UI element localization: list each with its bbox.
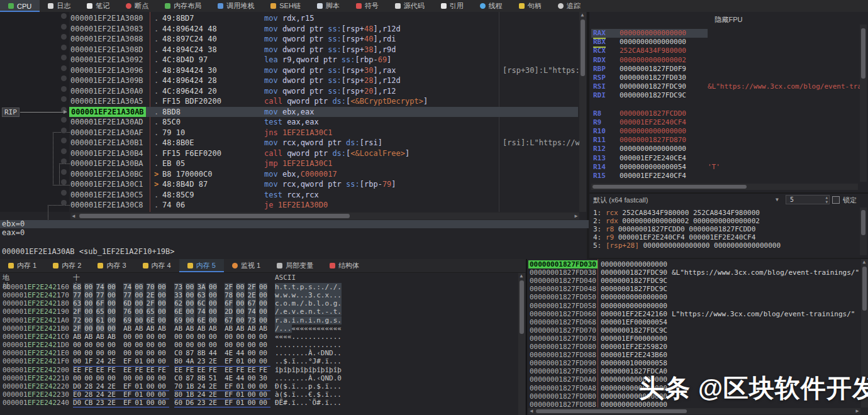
registers-hscrollbar[interactable]: [591, 184, 858, 190]
stack-row[interactable]: 00000001827FD0900000000100000058: [527, 359, 868, 367]
register-row[interactable]: R9000001EF2E240CF4: [589, 118, 868, 127]
tab-dump1[interactable]: 内存 1: [0, 259, 45, 272]
tab-handles[interactable]: 句柄: [511, 0, 550, 12]
stack-row[interactable]: 00000001827FD04000000001827FDC9C: [527, 277, 868, 285]
disassembly-vscrollbar[interactable]: ▲: [579, 12, 586, 212]
register-row[interactable]: R13000001EF2E240CE4: [589, 154, 868, 163]
register-row[interactable]: RSI00000001827FDC90&L"https://www.3cx.co…: [589, 82, 868, 91]
tab-struct[interactable]: 结构体: [321, 259, 367, 272]
register-row[interactable]: RBP00000001827FD0F9: [589, 65, 868, 74]
spin-down-icon[interactable]: ▼: [825, 200, 828, 204]
tab-seh-chain[interactable]: SEH链: [262, 0, 309, 12]
tab-dump5[interactable]: 内存 5: [179, 259, 224, 272]
breakpoint-dot-icon[interactable]: [61, 75, 67, 81]
dump-row[interactable]: 000001EF2E2421707700770077002E0033006300…: [0, 291, 526, 299]
tab-references[interactable]: 引用: [433, 0, 472, 12]
disasm-row[interactable]: 000001EF2E1A30BC>B8 170000C0mov ebx,C000…: [0, 169, 587, 180]
dump-row[interactable]: 000001EF2E2421E00000000000000000C0878B44…: [0, 349, 526, 357]
registers-vscrollbar[interactable]: [860, 25, 867, 182]
dump-row[interactable]: 000001EF2E2422100000000000000000C0878B51…: [0, 374, 526, 382]
tab-dump3[interactable]: 内存 3: [89, 259, 134, 272]
disasm-row[interactable]: 000001EF2E1A308D.44:894C24 38mov dword p…: [0, 45, 587, 55]
disasm-row[interactable]: 000001EF2E1A309B.44:896424 28mov dword p…: [0, 75, 587, 86]
dump-row[interactable]: 000001EF2E242160680074007400700073003A00…: [0, 283, 526, 291]
scroll-right-icon[interactable]: ▶: [854, 408, 860, 414]
stack-row[interactable]: 00000001827FD0300000000000000000: [527, 260, 868, 268]
stack-row[interactable]: 00000001827FD080000001EF2E259820: [527, 343, 868, 351]
scroll-up-icon[interactable]: ▲: [579, 12, 586, 18]
dump-row[interactable]: 000001EF2E2421F0001F242EEF010000B04A232E…: [0, 357, 526, 365]
argument-row[interactable]: 1: rcx 252CA8434F980000 252CA8434F980000: [593, 209, 760, 217]
breakpoint-dot-icon[interactable]: [61, 86, 67, 92]
breakpoint-dot-icon[interactable]: [61, 169, 67, 175]
breakpoint-dot-icon[interactable]: [61, 158, 67, 164]
scroll-thumb[interactable]: [593, 185, 747, 189]
breakpoint-dot-icon[interactable]: [61, 34, 67, 40]
argument-row[interactable]: 5: [rsp+28] 0000000000000000 00000000000…: [593, 241, 781, 250]
dump-row[interactable]: 000001EF2E2421902F006500760065006E007400…: [0, 307, 526, 316]
disasm-row[interactable]: 000001EF2E1A30C1>48:8B4D 87mov rcx,qword…: [0, 179, 587, 190]
dump-row[interactable]: 000001EF2E2421A07200610069006E0069006E00…: [0, 316, 526, 324]
scroll-up-icon[interactable]: ▲: [861, 259, 867, 265]
register-row[interactable]: R120000000000000000: [589, 145, 868, 153]
stack-hscrollbar[interactable]: ◀ ▶: [528, 408, 860, 414]
register-row[interactable]: R1100000001827FD870: [589, 136, 868, 145]
calling-convention-select[interactable]: 默认 (x64 fastcall): [593, 196, 648, 205]
dump-row[interactable]: 000001EF2E2421B02F000000ABABABABABABABAB…: [0, 324, 526, 333]
argument-row[interactable]: 4: r9 000001EF2E240CF4 000001EF2E240CF4: [593, 233, 755, 241]
stack-row[interactable]: 00000001827FD0580000000000000000: [527, 302, 868, 310]
breakpoint-dot-icon[interactable]: [61, 148, 67, 154]
breakpoint-dot-icon[interactable]: [61, 128, 67, 133]
scroll-up-icon[interactable]: ▲: [518, 273, 525, 279]
register-row[interactable]: R100000000000000000: [589, 127, 868, 136]
scroll-thumb[interactable]: [79, 214, 350, 218]
dump-row[interactable]: 000001EF2E242240D0CB232EEF01000060D6232E…: [0, 399, 526, 407]
hide-fpu-button[interactable]: 隐藏FPU: [589, 15, 868, 25]
breakpoint-dot-icon[interactable]: [61, 24, 67, 30]
tab-script[interactable]: 脚本: [309, 0, 348, 12]
tab-dump4[interactable]: 内存 4: [135, 259, 179, 272]
stack-row[interactable]: 00000001827FD068000001EF00000054: [527, 318, 868, 326]
stack-row[interactable]: 00000001827FD088000001EF2E243B60: [527, 351, 868, 359]
breakpoint-dot-icon[interactable]: [61, 55, 67, 60]
scroll-thumb[interactable]: [520, 280, 524, 334]
breakpoint-dot-icon[interactable]: [61, 179, 67, 185]
tab-trace[interactable]: 追踪: [550, 0, 589, 12]
register-row[interactable]: RBX0000000000000000: [589, 38, 868, 47]
scroll-right-icon[interactable]: ▶: [573, 213, 579, 219]
scroll-thumb[interactable]: [581, 19, 585, 76]
disassembly-hscrollbar[interactable]: ◀ ▶: [70, 213, 579, 219]
stack-row[interactable]: 00000001827FD0500000000000000000: [527, 293, 868, 301]
breakpoint-dot-icon[interactable]: [61, 65, 67, 71]
breakpoint-dot-icon[interactable]: [61, 13, 67, 19]
stack-row[interactable]: 00000001827FD07000000001827FDC9C: [527, 326, 868, 335]
tab-dump2[interactable]: 内存 2: [45, 259, 89, 272]
tab-log[interactable]: 日志: [40, 0, 79, 12]
tab-locals[interactable]: 局部变量: [269, 259, 321, 272]
disasm-row[interactable]: 000001EF2E1A30C8.74 06je 1EF2E1A30D0: [0, 200, 587, 211]
dump-row[interactable]: 000001EF2E242230E028242EEF010000801B242E…: [0, 390, 526, 399]
tab-watch[interactable]: 监视 1: [224, 259, 269, 272]
disasm-row[interactable]: 000001EF2E1A30BA.EB 05jmp 1EF2E1A30C1: [0, 158, 587, 169]
dump-row[interactable]: 000001EF2E242200EEFEEEFEEEFEEEFEEEFEEEFE…: [0, 366, 526, 374]
disasm-row[interactable]: 000001EF2E1A3083.44:896424 48mov dword p…: [0, 24, 587, 35]
chevron-down-icon[interactable]: ▼: [776, 197, 779, 202]
disasm-row[interactable]: 000001EF2E1A30AD.85C0test eax,eax: [0, 117, 587, 128]
dump-row[interactable]: 000001EF2E242220D028242EEF010000701B242E…: [0, 382, 526, 390]
tab-notes[interactable]: 笔记: [79, 0, 118, 12]
argument-row[interactable]: 3: r8 00000001827FCDD0 00000001827FCDD0: [593, 225, 755, 233]
dump-vscrollbar[interactable]: ▲: [518, 273, 525, 415]
register-row[interactable]: R800000001827FCDD0: [589, 109, 868, 118]
tab-breakpoint[interactable]: 断点: [118, 0, 157, 12]
register-row[interactable]: R15000001EF2E240CF4: [589, 172, 868, 180]
scroll-left-icon[interactable]: ◀: [528, 408, 535, 414]
register-row[interactable]: RDI00000001827FDC9C: [589, 91, 868, 100]
arguments-vscrollbar[interactable]: [860, 208, 867, 255]
disasm-row[interactable]: 000001EF2E1A3096.48:894424 30mov qword p…: [0, 65, 587, 76]
stack-row[interactable]: 00000001827FD03800000001827FDC90&L"https…: [527, 268, 868, 277]
tab-threads[interactable]: 线程: [472, 0, 511, 12]
register-row[interactable]: RAX0000000000000000: [589, 29, 868, 38]
register-row[interactable]: R140000000000000054'T': [589, 163, 868, 172]
arg-count-spinner[interactable]: 5 ▲ ▼: [786, 195, 830, 204]
tab-source[interactable]: 源代码: [387, 0, 433, 12]
